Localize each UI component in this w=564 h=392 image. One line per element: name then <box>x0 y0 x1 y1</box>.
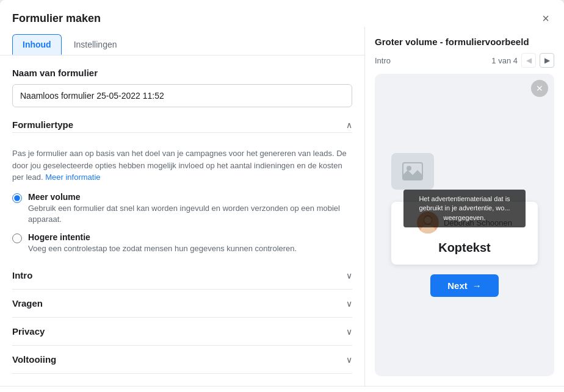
modal-header: Formulier maken × <box>0 0 564 27</box>
form-type-chevron: ∧ <box>346 120 352 130</box>
preview-image-area: Het advertentiemateriaal dat is gebruikt… <box>391 153 538 196</box>
section-privacy[interactable]: Privacy ∨ <box>12 318 352 346</box>
left-content: Naam van formulier Formuliertype ∧ Pas j… <box>0 55 364 386</box>
form-type-section: Formuliertype ∧ Pas je formulier aan op … <box>12 119 352 254</box>
modal: Formulier maken × Inhoud Instellingen Na… <box>0 0 564 392</box>
tab-instellingen[interactable]: Instellingen <box>64 34 127 55</box>
preview-nav-controls: 1 van 4 ◀ ▶ <box>491 53 554 68</box>
prev-arrow-button[interactable]: ◀ <box>521 53 536 68</box>
section-voltooiing-chevron: ∨ <box>346 355 352 365</box>
radio-meer-volume-desc: Gebruik een formulier dat snel kan worde… <box>28 203 352 225</box>
preview-nav: Intro 1 van 4 ◀ ▶ <box>375 53 554 68</box>
section-intro[interactable]: Intro ∨ <box>12 262 352 290</box>
form-name-input[interactable] <box>12 84 352 107</box>
section-privacy-label: Privacy <box>12 326 45 337</box>
prev-arrow-icon: ◀ <box>526 56 532 65</box>
tab-inhoud[interactable]: Inhoud <box>12 34 62 55</box>
radio-hogere-intentie-desc: Voeg een controlestap toe zodat mensen h… <box>28 243 297 254</box>
close-button[interactable]: × <box>540 10 552 27</box>
form-type-header[interactable]: Formuliertype ∧ <box>12 119 352 130</box>
section-vragen[interactable]: Vragen ∨ <box>12 290 352 318</box>
next-arrow-button[interactable]: ▶ <box>540 53 554 68</box>
preview-close-icon: ✕ <box>536 84 543 93</box>
radio-meer-volume-input[interactable] <box>12 193 22 203</box>
radio-meer-volume-label: Meer volume <box>28 192 352 202</box>
tabs-bar: Inhoud Instellingen <box>0 27 364 55</box>
form-name-label: Naam van formulier <box>12 68 352 78</box>
radio-hogere-intentie-label: Hogere intentie <box>28 232 297 242</box>
right-panel: Groter volume - formuliervoorbeeld Intro… <box>365 27 564 386</box>
section-privacy-chevron: ∨ <box>346 327 352 337</box>
section-voltooiing[interactable]: Voltooiing ∨ <box>12 346 352 374</box>
radio-hogere-intentie-input[interactable] <box>12 233 22 243</box>
form-type-block: Pas je formulier aan op basis van het do… <box>12 132 352 254</box>
svg-point-1 <box>407 166 411 171</box>
preview-card: ✕ Het advertentiemateriaal dat is gebrui… <box>375 74 554 376</box>
preview-heading: Koptekst <box>438 241 491 255</box>
modal-title: Formulier maken <box>12 12 101 25</box>
preview-nav-label: Intro <box>375 56 391 65</box>
radio-meer-volume-content: Meer volume Gebruik een formulier dat sn… <box>28 192 352 225</box>
section-intro-chevron: ∨ <box>346 271 352 280</box>
preview-close-button[interactable]: ✕ <box>531 80 548 97</box>
more-info-link[interactable]: Meer informatie <box>45 173 100 182</box>
form-type-title: Formuliertype <box>12 119 73 130</box>
next-button[interactable]: Next → <box>430 274 499 297</box>
radio-hogere-intentie-content: Hogere intentie Voeg een controlestap to… <box>28 232 297 254</box>
radio-meer-volume: Meer volume Gebruik een formulier dat sn… <box>12 192 352 225</box>
next-arrow-icon: ▶ <box>544 56 550 65</box>
section-vragen-chevron: ∨ <box>346 299 352 308</box>
section-voltooiing-label: Voltooiing <box>12 354 56 365</box>
section-intro-label: Intro <box>12 270 32 280</box>
preview-image-placeholder <box>391 153 434 190</box>
form-type-description: Pas je formulier aan op basis van het do… <box>12 148 352 184</box>
modal-body: Inhoud Instellingen Naam van formulier F… <box>0 27 564 386</box>
radio-hogere-intentie: Hogere intentie Voeg een controlestap to… <box>12 232 352 254</box>
next-button-arrow: → <box>472 280 482 291</box>
next-button-label: Next <box>447 280 468 291</box>
bottom-bar: Concept opslaan Publiceren <box>0 386 564 392</box>
section-vragen-label: Vragen <box>12 298 43 308</box>
preview-nav-count: 1 van 4 <box>491 56 518 65</box>
ad-overlay: Het advertentiemateriaal dat is gebruikt… <box>403 190 526 227</box>
preview-title: Groter volume - formuliervoorbeeld <box>375 37 554 47</box>
left-panel: Inhoud Instellingen Naam van formulier F… <box>0 27 365 386</box>
